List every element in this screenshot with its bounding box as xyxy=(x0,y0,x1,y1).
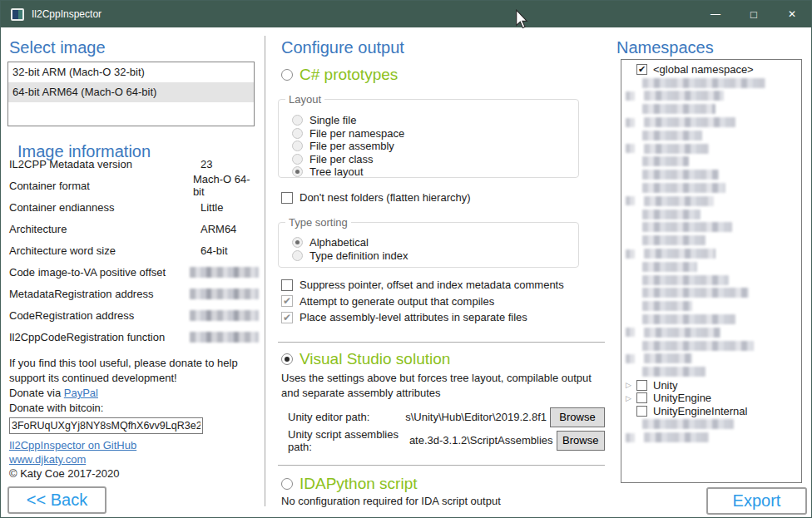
close-button[interactable]: ✕ xyxy=(773,1,811,27)
namespace-checkbox[interactable]: ✔ xyxy=(636,392,647,403)
layout-option-radio[interactable] xyxy=(292,154,303,165)
namespace-item[interactable]: ▷ ✔ xyxy=(621,365,801,378)
namespace-checkbox[interactable]: ✔ xyxy=(636,406,647,417)
namespace-item[interactable]: ▷ ✔ xyxy=(621,418,801,432)
namespace-item[interactable]: ▷ ✔ xyxy=(621,234,801,247)
namespace-item[interactable]: ▷ ✔ xyxy=(621,129,801,142)
namespace-item[interactable]: ▷ ✔ Unity xyxy=(621,378,801,392)
namespace-checkbox[interactable]: ✔ xyxy=(636,64,647,75)
bitcoin-address-field[interactable] xyxy=(9,417,203,434)
flatten-hierarchy-checkbox[interactable]: ✔ xyxy=(281,192,293,204)
idapython-option[interactable]: IDAPython script xyxy=(281,475,608,493)
layout-option-row[interactable]: File per namespace xyxy=(292,127,578,141)
output-option-checkbox[interactable]: ✔ xyxy=(281,279,293,291)
layout-option-radio[interactable] xyxy=(292,141,303,151)
type-sorting-option-label: Alphabetical xyxy=(309,236,369,249)
namespace-item[interactable]: ▷ ✔ xyxy=(621,431,801,444)
namespace-item[interactable]: ▷ ✔ xyxy=(621,181,801,195)
namespace-item[interactable]: ▷ ✔ xyxy=(621,221,801,234)
visual-studio-radio[interactable] xyxy=(281,353,293,365)
csharp-prototypes-radio[interactable] xyxy=(281,69,293,81)
export-button[interactable]: Export xyxy=(706,487,807,515)
visual-studio-label: Visual Studio solution xyxy=(300,350,450,368)
browse-button[interactable]: Browse xyxy=(557,431,605,451)
idapython-label: IDAPython script xyxy=(300,475,418,493)
output-option-row[interactable]: ✔ Attempt to generate output that compil… xyxy=(281,294,608,310)
namespace-item[interactable]: ▷ ✔ xyxy=(621,102,801,116)
namespace-item[interactable]: ▷ ✔ xyxy=(621,142,801,155)
minimize-button[interactable]: — xyxy=(696,1,735,27)
layout-option-radio[interactable] xyxy=(292,166,303,177)
visual-studio-option[interactable]: Visual Studio solution xyxy=(281,350,608,368)
layout-option-radio[interactable] xyxy=(292,115,303,126)
namespaces-panel: Namespaces ▷ ✔ <global namespace> ▷ ✔ xyxy=(608,27,811,517)
namespace-item[interactable]: ▷ ✔ xyxy=(621,339,801,353)
redacted-expander xyxy=(626,196,635,205)
layout-option-row[interactable]: Single file xyxy=(292,114,578,127)
namespace-item[interactable]: ▷ ✔ UnityEngine xyxy=(621,392,801,405)
redacted-expander xyxy=(626,144,635,153)
namespace-item[interactable]: ▷ ✔ xyxy=(621,287,801,300)
type-sorting-option-radio[interactable] xyxy=(292,250,303,261)
website-link[interactable]: www.djkaty.com xyxy=(9,453,86,466)
output-option-checkbox[interactable]: ✔ xyxy=(281,295,293,307)
expander-icon[interactable]: ▷ xyxy=(626,381,636,389)
browse-button[interactable]: Browse xyxy=(550,407,605,427)
type-sorting-option-label: Type definition index xyxy=(309,249,408,262)
image-list-item[interactable]: 32-bit ARM (Mach-O 32-bit) xyxy=(8,62,254,82)
info-row-label: CodeRegistration address xyxy=(9,309,190,322)
layout-option-row[interactable]: Tree layout xyxy=(292,165,578,179)
layout-option-row[interactable]: File per assembly xyxy=(292,140,578,153)
section-divider xyxy=(278,342,605,343)
namespace-item[interactable]: ▷ ✔ xyxy=(621,247,801,260)
layout-option-radio[interactable] xyxy=(292,128,303,139)
image-list-item-label: 64-bit ARM64 (Mach-O 64-bit) xyxy=(12,86,156,98)
image-list-item[interactable]: 64-bit ARM64 (Mach-O 64-bit) xyxy=(8,82,254,102)
paypal-link[interactable]: PayPal xyxy=(64,387,98,399)
csharp-prototypes-option[interactable]: C# prototypes xyxy=(281,66,608,84)
redacted-expander xyxy=(626,328,635,337)
expander-icon[interactable]: ▷ xyxy=(626,394,636,402)
layout-groupbox: Layout Single file File per namespace xyxy=(278,99,579,178)
namespace-item[interactable]: ▷ ✔ xyxy=(621,274,801,287)
namespace-item[interactable]: ▷ ✔ xyxy=(621,90,801,103)
namespace-item[interactable]: ▷ ✔ xyxy=(621,260,801,274)
namespace-item[interactable]: ▷ ✔ xyxy=(621,299,801,313)
maximize-button[interactable]: □ xyxy=(735,1,773,27)
redacted-namespace xyxy=(642,183,725,193)
info-row-label: Code image-to-VA positive offset xyxy=(9,266,190,279)
image-listbox[interactable]: 32-bit ARM (Mach-O 32-bit) 64-bit ARM64 … xyxy=(7,62,255,126)
github-link[interactable]: Il2CppInspector on GitHub xyxy=(9,439,136,451)
type-sorting-option-row[interactable]: Alphabetical xyxy=(292,236,578,249)
namespace-item[interactable]: ▷ ✔ xyxy=(621,195,801,208)
namespace-item[interactable]: ▷ ✔ xyxy=(621,353,801,366)
configure-output-title: Configure output xyxy=(281,38,608,57)
namespace-item[interactable]: ▷ ✔ xyxy=(621,155,801,169)
type-sorting-option-radio[interactable] xyxy=(292,237,303,248)
namespace-item[interactable]: ▷ ✔ xyxy=(621,116,801,129)
image-info-table: IL2CPP Metadata version 23 Container for… xyxy=(9,153,259,348)
idapython-radio[interactable] xyxy=(281,478,293,490)
namespaces-listbox[interactable]: ▷ ✔ <global namespace> ▷ ✔ xyxy=(621,59,802,483)
output-option-checkbox[interactable]: ✔ xyxy=(281,312,293,323)
namespace-item[interactable]: ▷ ✔ xyxy=(621,313,801,326)
namespace-checkbox[interactable]: ✔ xyxy=(636,380,647,391)
output-option-row[interactable]: ✔ Place assembly-level attributes in sep… xyxy=(281,309,608,326)
type-sorting-option-row[interactable]: Type definition index xyxy=(292,249,578,263)
namespace-item[interactable]: ▷ ✔ <global namespace> xyxy=(621,63,801,76)
namespace-item[interactable]: ▷ ✔ xyxy=(621,168,801,181)
info-row: Architecture ARM64 xyxy=(9,218,259,239)
output-option-row[interactable]: ✔ Suppress pointer, offset and index met… xyxy=(281,277,608,294)
namespace-item[interactable]: ▷ ✔ xyxy=(621,208,801,221)
flatten-hierarchy-option[interactable]: ✔ Don't nest folders (flatten hierarchy) xyxy=(281,191,608,204)
info-row: CodeRegistration address xyxy=(9,304,259,326)
namespace-item[interactable]: ▷ ✔ xyxy=(621,326,801,339)
configure-output-panel: Configure output C# prototypes Layout Si… xyxy=(265,27,608,517)
namespace-item[interactable]: ▷ ✔ UnityEngineInternal xyxy=(621,405,801,418)
window-title: Il2CppInspector xyxy=(32,8,696,20)
namespace-label: <global namespace> xyxy=(653,63,754,76)
namespace-item[interactable]: ▷ ✔ xyxy=(621,76,801,90)
idapython-description: No configuration required for IDA script… xyxy=(281,495,608,507)
layout-option-row[interactable]: File per class xyxy=(292,153,578,166)
back-button[interactable]: << Back xyxy=(7,486,106,514)
